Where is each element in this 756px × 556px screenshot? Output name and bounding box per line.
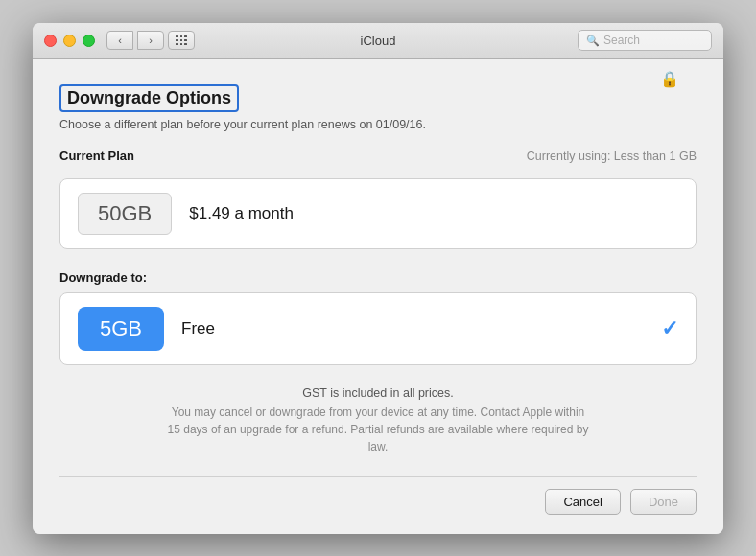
content-area: 🔒 Downgrade Options Choose a different p… <box>33 59 723 534</box>
traffic-lights <box>44 35 95 47</box>
close-button[interactable] <box>44 35 57 47</box>
search-icon: 🔍 <box>586 35 600 47</box>
search-placeholder: Search <box>603 34 640 47</box>
downgrade-label: Downgrade to: <box>59 270 697 285</box>
window-title: iCloud <box>361 34 396 48</box>
back-button[interactable]: ‹ <box>106 31 133 50</box>
current-plan-card: 50GB $1.49 a month <box>59 178 697 249</box>
current-plan-storage: 50GB <box>78 193 172 235</box>
gst-notice: GST is included in all prices. <box>59 386 697 400</box>
window: ‹ › iCloud 🔍 Search 🔒 Downgrade Options … <box>33 23 723 534</box>
search-box[interactable]: 🔍 Search <box>578 30 712 51</box>
lock-icon: 🔒 <box>660 69 679 87</box>
page-title: Downgrade Options <box>59 84 239 112</box>
current-plan-label: Current Plan <box>59 149 134 163</box>
subtitle: Choose a different plan before your curr… <box>59 118 697 131</box>
downgrade-storage: 5GB <box>78 307 164 351</box>
downgrade-card[interactable]: 5GB Free ✓ <box>59 292 697 365</box>
current-usage: Currently using: Less than 1 GB <box>527 150 697 163</box>
checkmark-icon: ✓ <box>661 316 678 341</box>
current-plan-price: $1.49 a month <box>189 204 294 223</box>
forward-button[interactable]: › <box>137 31 164 50</box>
current-plan-header: Current Plan Currently using: Less than … <box>59 149 697 171</box>
maximize-button[interactable] <box>83 35 95 47</box>
grid-button[interactable] <box>168 31 195 50</box>
footer: GST is included in all prices. You may c… <box>59 386 697 455</box>
grid-icon <box>176 35 187 46</box>
legal-text: You may cancel or downgrade from your de… <box>167 404 589 455</box>
button-row: Cancel Done <box>59 476 697 515</box>
minimize-button[interactable] <box>63 35 76 47</box>
titlebar: ‹ › iCloud 🔍 Search <box>33 23 723 59</box>
nav-buttons: ‹ › <box>106 31 164 50</box>
downgrade-price: Free <box>181 319 661 338</box>
cancel-button[interactable]: Cancel <box>545 489 620 515</box>
done-button[interactable]: Done <box>630 489 697 515</box>
